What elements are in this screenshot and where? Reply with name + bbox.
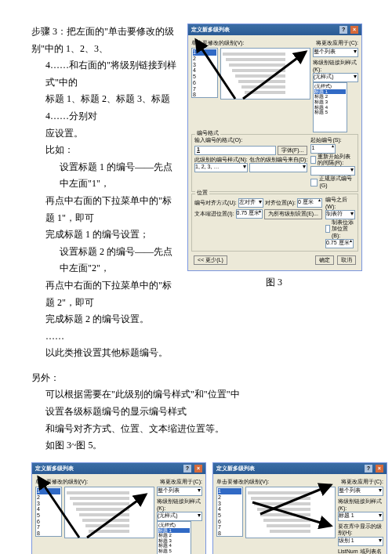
tabstop-label: 制表位添加位置(B): [332,219,355,239]
level-listbox[interactable]: 123456789 [216,487,243,537]
level-item[interactable]: 3 [37,501,60,507]
help-button[interactable]: ? [183,465,191,473]
apply-to-label: 将更改应用于(C): [316,40,358,46]
restart-select[interactable] [310,166,355,176]
gallery-level-label: 要在库中显示的级别(H): [338,523,383,537]
follow-select[interactable]: 制表符 [325,210,355,219]
step-p6: 设置标题 1 的编号——先点中左面"1"， [60,159,180,193]
indent-label: 文本缩进位置(I): [194,211,234,217]
style-option[interactable]: 标题 1 [158,528,190,534]
set-all-button[interactable]: 为所有级别设置(E)... [264,209,322,219]
align-at-spinner[interactable]: 0 厘米 [297,198,322,208]
number-format-legend: 编号格式 [195,130,220,136]
level-item[interactable]: 2 [193,56,216,62]
ok-button[interactable]: 确定 [315,255,334,265]
tabstop-checkbox[interactable] [325,225,330,233]
list-preview [64,487,154,538]
dialog-titlebar[interactable]: 定义新多级列表 ? × [32,463,205,474]
link-style-label: 将级别链接到样式(K): [338,498,383,512]
style-option[interactable]: 标题 5 [158,549,190,554]
level-item[interactable]: 1 [37,488,60,494]
close-button[interactable]: × [194,465,202,473]
level-item[interactable]: 7 [193,86,216,92]
numstyle-label: 此级别的编号样式(N): [194,157,248,162]
level-item[interactable]: 9 [193,98,216,99]
level-item[interactable]: 9 [37,537,60,538]
font-button[interactable]: 字体(F)... [278,146,308,155]
level-item[interactable]: 5 [193,74,216,80]
style-option[interactable]: 标题 2 [314,94,346,100]
level-item[interactable]: 8 [193,92,216,98]
apply-to-select[interactable]: 整个列表 [338,487,383,496]
level-click-label: 单击要修改的级别(V): [216,479,269,485]
list-preview [220,48,310,100]
level-item[interactable]: 8 [218,530,241,537]
format-enter-label: 输入编号的格式(O): [194,137,242,143]
level-click-label: 单击要修改的级别(V): [35,479,88,485]
cancel-button[interactable]: 取消 [337,255,356,265]
level-item[interactable]: 6 [218,519,241,525]
level-item[interactable]: 7 [37,524,60,530]
level-item[interactable]: 4 [193,67,216,74]
level-item[interactable]: 5 [218,512,241,519]
level-item[interactable]: 6 [193,80,216,86]
style-option[interactable]: 标题 4 [158,543,190,549]
level-item[interactable]: 6 [37,519,60,525]
help-button[interactable]: ? [339,26,347,34]
link-style-select[interactable]: 标题 1 [338,512,383,521]
tabstop-spinner[interactable]: 0.75 厘米 [325,239,354,248]
level-item[interactable]: 9 [218,537,241,538]
level-item[interactable]: 4 [218,506,241,512]
level-item[interactable]: 2 [218,494,241,501]
style-option[interactable]: 标题 3 [158,538,190,544]
style-option[interactable]: (无样式) [158,523,190,528]
dialog-titlebar[interactable]: 定义新多级列表 ? × [188,24,361,35]
style-option[interactable]: (无样式) [314,84,346,89]
restart-checkbox[interactable] [310,156,316,164]
include-from-label: 包含的级别编号来自(D): [249,157,308,162]
level-item[interactable]: 2 [37,494,60,501]
numstyle-select[interactable]: 1, 2, 3, … [194,163,248,172]
format-input[interactable]: 1 [194,146,276,155]
gallery-level-select[interactable]: 级别 1 [338,537,383,546]
level-item[interactable]: 7 [218,524,241,530]
level-item[interactable]: 4 [37,506,60,512]
level-listbox[interactable]: 123456789 [35,487,62,537]
close-button[interactable]: × [350,26,358,34]
step-p7: 再点中右面的下拉菜单中的"标题 1"，即可 [45,193,180,226]
extra-h: 另外： [31,370,361,387]
style-dropdown-list[interactable]: (无样式)标题 1标题 2标题 3标题 4标题 5 [157,521,191,554]
level-item[interactable]: 1 [218,488,241,494]
level-listbox[interactable]: 123456789 [191,48,218,98]
close-button[interactable]: × [376,465,383,473]
link-style-label: 将级别链接到样式(K): [157,498,202,512]
level-item[interactable]: 3 [218,501,241,507]
apply-to-select[interactable]: 整个列表 [313,48,358,57]
link-style-select[interactable]: (无样式) [313,73,358,82]
link-style-select[interactable]: (无样式) [157,512,202,521]
less-button[interactable]: << 更少(L) [194,255,227,265]
instruction-text: 步骤 3：把左面的"单击要修改的级别"中的 1、2、3、 4……和右面的"将级别… [31,24,180,362]
align-select[interactable]: 左对齐 [238,198,263,208]
indent-spinner[interactable]: 0.75 厘米 [236,209,263,219]
level-item[interactable]: 8 [37,530,60,537]
level-item[interactable]: 5 [37,512,60,519]
dialog-titlebar[interactable]: 定义新多级列表 ? × [213,463,387,474]
style-option[interactable]: 标题 5 [314,110,346,115]
level-item[interactable]: 3 [193,62,216,68]
step-p9: 设置标题 2 的编号——先点中左面"2"， [60,244,180,277]
legal-label: 正规形式编号(G) [319,176,355,189]
level-item[interactable]: 1 [193,49,216,56]
style-option[interactable]: 标题 2 [158,533,190,538]
apply-to-select[interactable]: 整个列表 [157,487,202,496]
style-dropdown-list[interactable]: (无样式)标题 1标题 2标题 3标题 4标题 5 [313,82,347,132]
dialog-title: 定义新多级列表 [35,465,74,472]
style-option[interactable]: 标题 1 [314,89,346,95]
help-button[interactable]: ? [365,465,372,473]
start-at-spinner[interactable]: 1 [310,144,336,154]
step-p10: 再点中右面的下拉菜单中的"标题 2"，即可 [45,277,180,311]
include-from-select[interactable] [249,163,308,172]
legal-checkbox[interactable] [310,179,318,186]
style-option[interactable]: 标题 3 [314,100,346,105]
style-option[interactable]: 标题 4 [314,105,346,110]
